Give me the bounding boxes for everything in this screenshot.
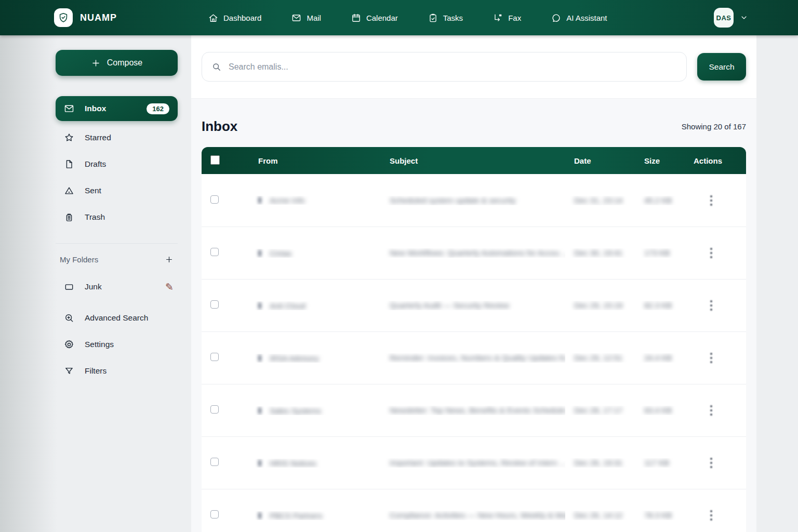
sidebar-item-junk[interactable]: Junk ✎	[56, 274, 178, 299]
email-date: Dec 29, 12:51	[574, 353, 622, 362]
pencil-icon[interactable]: ✎	[165, 282, 174, 292]
email-from: Sales Systems	[270, 406, 321, 415]
nav-item-fax[interactable]: Fax	[493, 13, 521, 23]
add-folder-button[interactable]	[163, 253, 176, 266]
row-checkbox[interactable]	[210, 510, 219, 518]
sidebar-item-label: Trash	[85, 212, 105, 222]
brand-name: NUAMP	[80, 12, 117, 23]
gear-icon	[64, 339, 74, 350]
sidebar-item-label: Settings	[85, 340, 114, 349]
search-button[interactable]: Search	[697, 53, 746, 81]
nav-label: Fax	[508, 14, 521, 22]
row-checkbox[interactable]	[210, 300, 219, 309]
email-subject: Compliance: Activities — New Hours, Week…	[390, 511, 565, 520]
row-actions-menu-icon[interactable]	[708, 246, 714, 260]
chat-bubble-icon	[551, 13, 561, 23]
table-row[interactable]: Cintas New Workflows: Quarterly Automati…	[202, 227, 746, 279]
column-header-from: From	[249, 156, 381, 165]
sidebar: Compose Inbox 162 Starred Drafts Sent Tr…	[56, 35, 178, 383]
row-checkbox[interactable]	[210, 405, 219, 414]
my-folders-title: My Folders	[60, 255, 98, 264]
email-date: Dec 28, 17:17	[574, 406, 622, 415]
folder-icon	[64, 282, 74, 292]
sidebar-divider	[56, 243, 178, 244]
email-from: Cintas	[270, 249, 292, 258]
user-menu[interactable]: DAS	[714, 8, 748, 28]
row-actions-menu-icon[interactable]	[708, 193, 714, 208]
email-subject: Reminder: Invoices, Numbers & Quality Up…	[390, 353, 565, 362]
nav-label: AI Assistant	[566, 14, 607, 22]
list-header: Inbox Showing 20 of 167	[191, 99, 756, 147]
table-row[interactable]: Sales Systems Newsletter: Top News, Bene…	[202, 384, 746, 436]
sidebar-tools: Advanced Search Settings Filters	[56, 305, 178, 383]
table-row[interactable]: PBCS Partners Compliance: Activities — N…	[202, 489, 746, 532]
calendar-icon	[351, 13, 361, 23]
email-from: PBCS Partners	[270, 511, 323, 520]
email-subject: New Workflows: Quarterly Automations for…	[390, 248, 565, 257]
sidebar-item-label: Junk	[85, 282, 102, 291]
nav-label: Dashboard	[223, 14, 261, 22]
table-row[interactable]: IRSA Advisory Reminder: Invoices, Number…	[202, 331, 746, 384]
nav-item-dashboard[interactable]: Dashboard	[208, 13, 261, 23]
row-actions-menu-icon[interactable]	[708, 351, 714, 365]
table-row[interactable]: Anti Cloud Quarterly Audit — Security Re…	[202, 279, 746, 331]
email-from: IRSA Advisory	[270, 354, 319, 363]
row-checkbox[interactable]	[210, 353, 219, 361]
row-actions-menu-icon[interactable]	[708, 456, 714, 470]
sidebar-item-drafts[interactable]: Drafts	[56, 152, 178, 177]
table-row[interactable]: Acme Info Scheduled system update & secu…	[202, 174, 746, 227]
envelope-icon	[64, 103, 74, 114]
attachment-icon	[258, 407, 261, 414]
sidebar-item-label: Filters	[85, 366, 107, 376]
email-size: 78.3 KB	[644, 511, 672, 520]
email-size: 173 KB	[644, 248, 670, 257]
row-actions-menu-icon[interactable]	[708, 508, 714, 523]
email-size: 24.4 KB	[644, 353, 672, 362]
sidebar-item-advanced-search[interactable]: Advanced Search	[56, 305, 178, 330]
column-header-subject: Subject	[381, 156, 565, 165]
row-actions-menu-icon[interactable]	[708, 403, 714, 418]
row-checkbox[interactable]	[210, 458, 219, 466]
search-input[interactable]	[229, 62, 677, 72]
sidebar-item-trash[interactable]: Trash	[56, 205, 178, 230]
funnel-icon	[64, 366, 74, 376]
mail-icon	[291, 13, 301, 23]
tasks-icon	[428, 13, 438, 23]
row-checkbox[interactable]	[210, 195, 219, 204]
email-table: From Subject Date Size Actions Acme Info…	[202, 147, 746, 532]
row-checkbox[interactable]	[210, 248, 219, 256]
nav-item-ai-assistant[interactable]: AI Assistant	[551, 13, 607, 23]
compose-button[interactable]: Compose	[56, 50, 178, 76]
email-subject: Scheduled system update & security	[390, 196, 516, 205]
email-subject: Quarterly Audit — Security Review	[390, 301, 509, 310]
sidebar-item-settings[interactable]: Settings	[56, 332, 178, 357]
nav-item-tasks[interactable]: Tasks	[428, 13, 463, 23]
top-navbar: NUAMP Dashboard Mail Calendar Tasks	[0, 0, 798, 35]
email-date: Dec 31, 23:14	[574, 196, 622, 205]
email-from: Acme Info	[270, 196, 305, 205]
compose-label: Compose	[107, 58, 142, 68]
nav-item-mail[interactable]: Mail	[291, 13, 321, 23]
column-header-date: Date	[565, 156, 635, 165]
email-date: Dec 26, 19:31	[574, 458, 622, 467]
sidebar-item-starred[interactable]: Starred	[56, 125, 178, 150]
main-panel: Search Inbox Showing 20 of 167 From Subj…	[191, 35, 756, 532]
sidebar-item-filters[interactable]: Filters	[56, 358, 178, 383]
nav-item-calendar[interactable]: Calendar	[351, 13, 398, 23]
trash-icon	[64, 212, 74, 222]
email-size: 117 KB	[644, 458, 669, 467]
row-actions-menu-icon[interactable]	[708, 298, 714, 313]
nav-label: Mail	[307, 14, 321, 22]
attachment-icon	[258, 512, 261, 519]
avatar: DAS	[714, 8, 734, 28]
shield-logo-icon	[54, 8, 73, 27]
table-row[interactable]: HRIS Notices Important: Updates to Syste…	[202, 436, 746, 489]
email-size: 82.3 KB	[644, 301, 672, 310]
sidebar-item-sent[interactable]: Sent	[56, 178, 178, 203]
select-all-checkbox[interactable]	[210, 155, 220, 165]
page-title: Inbox	[202, 118, 237, 135]
sidebar-item-inbox[interactable]: Inbox 162	[56, 96, 178, 121]
attachment-icon	[258, 197, 261, 204]
fax-icon	[493, 13, 503, 23]
sidebar-item-label: Inbox	[85, 104, 106, 113]
